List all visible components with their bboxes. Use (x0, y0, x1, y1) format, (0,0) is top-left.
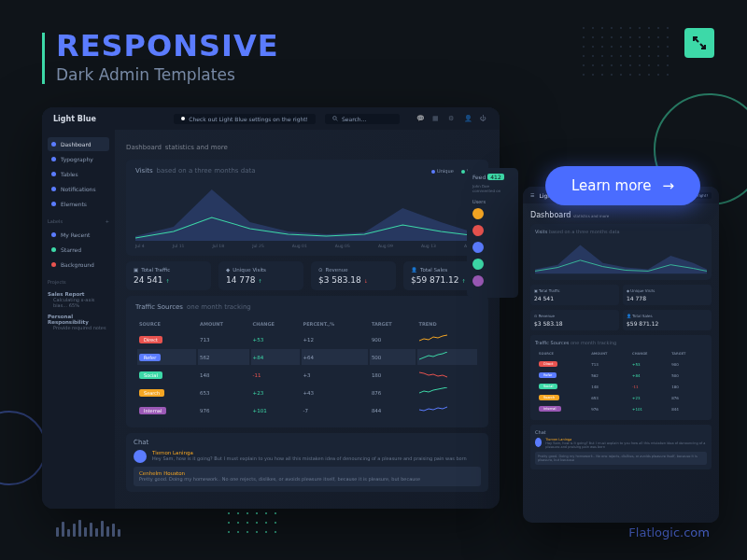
user-row[interactable] (472, 208, 513, 219)
chat-icon[interactable]: 💬 (416, 115, 425, 123)
chat-message[interactable]: Tiemon LaningaHey Sam, how is it going? … (134, 450, 481, 463)
hero-title: RESPONSIVE (56, 28, 279, 63)
page-title: Dashboard statistics and more (530, 211, 712, 219)
table-row[interactable]: Direct713+53+12900 (137, 331, 477, 347)
sidebar-item-dashboard[interactable]: Dashboard (48, 137, 109, 151)
dot-icon (51, 232, 56, 237)
table-row[interactable]: Direct713+53900 (537, 359, 705, 369)
hero-accent-bar (42, 33, 45, 84)
avatar (134, 450, 147, 463)
user-row[interactable] (472, 259, 513, 270)
avatar (472, 225, 484, 236)
user-icon[interactable]: 👤 (464, 115, 472, 123)
avatar (472, 259, 484, 270)
sidebar-item-notifications[interactable]: Notifications (48, 182, 109, 196)
sidebar-label-recent[interactable]: My Recent (48, 228, 109, 242)
card-title: Chat (134, 439, 148, 446)
page-title: Dashboard statistics and more (126, 139, 488, 152)
dot-icon (51, 142, 56, 147)
avatar (535, 438, 542, 447)
users-panel: Feed 412 John Doe commented on Users (467, 168, 518, 298)
topbar-icons: 💬 ▦ ⚙ 👤 ⏻ (416, 115, 488, 123)
avatar (472, 242, 484, 253)
avatar (472, 208, 484, 219)
brand-logo[interactable]: Light Blue (53, 115, 96, 123)
sidebar: Dashboard Typography Tables Notification… (42, 130, 115, 509)
brand-footer[interactable]: Flatlogic.com (628, 525, 710, 539)
visits-chart (535, 237, 707, 274)
stat-sales: 👤 Total Sales$59 871.12 (623, 310, 712, 330)
stats-row: ▣ Total Traffic24 541 ◆ Unique Visits14 … (530, 285, 712, 305)
expand-icon[interactable] (684, 28, 714, 58)
gear-icon[interactable]: ⚙ (448, 115, 457, 123)
decorative-equalizer (56, 520, 120, 537)
card-title: Traffic Sources (135, 303, 183, 311)
stat-traffic: ▣ Total Traffic24 541 (530, 285, 619, 305)
stat-unique: ◆ Unique Visits14 778 (623, 285, 712, 305)
arrow-right-icon: → (662, 177, 674, 194)
svg-point-0 (333, 117, 337, 120)
menu-icon[interactable]: ☰ (530, 192, 534, 198)
table-row[interactable]: Refer562+84+64500 (137, 349, 477, 365)
sidebar-labels-header: Labels+ (48, 218, 109, 224)
dashboard-desktop: Light Blue Check out Light Blue settings… (42, 107, 500, 509)
card-title: Visits (135, 167, 153, 175)
hero: RESPONSIVE Dark Admin Templates (56, 28, 279, 84)
chat-card: Chat Tiemon LaningaHey Sam, how is it go… (530, 425, 712, 469)
stat-revenue: ⊙ Revenue$3 583.18 ↓ (311, 261, 396, 290)
stat-revenue: ⊙ Revenue$3 583.18 (530, 310, 619, 330)
traffic-sources-card: Traffic Sourcesone month tracking SOURCE… (126, 296, 488, 427)
chat-message[interactable]: Cenhelm Houston Pretty good. Doing my ho… (134, 467, 481, 486)
traffic-table: SOURCEAMOUNTCHANGEPERCENT.,%TARGETTREND … (135, 316, 479, 420)
sidebar-label-background[interactable]: Background (48, 258, 109, 272)
learn-more-button[interactable]: Learn more→ (545, 166, 700, 205)
dot-icon (51, 172, 56, 176)
sidebar-item-typography[interactable]: Typography (48, 152, 109, 166)
sidebar-project[interactable]: Personal ResponsibilityProvide required … (48, 311, 109, 333)
topbar: Light Blue Check out Light Blue settings… (42, 107, 500, 130)
decorative-dots (579, 23, 672, 79)
user-row[interactable] (472, 225, 513, 236)
dot-icon (51, 187, 56, 191)
sidebar-item-elements[interactable]: Elements (48, 197, 109, 211)
traffic-sources-card: Traffic Sources one month tracking SOURC… (530, 335, 712, 420)
sidebar-project[interactable]: Sales ReportCalculating x-axis bias… 65% (48, 288, 109, 311)
sidebar-label-starred[interactable]: Starred (48, 243, 109, 257)
table-row[interactable]: Refer562+84500 (537, 371, 705, 380)
stats-row: ▣ Total Traffic24 541 ↑ ◆ Unique Visits1… (126, 261, 488, 290)
avatar (472, 275, 484, 287)
decorative-dots (224, 509, 280, 537)
table-row[interactable]: Social148-11180 (537, 382, 705, 391)
decorative-circle (0, 411, 47, 485)
info-icon (181, 117, 185, 120)
user-row[interactable] (472, 242, 513, 253)
plus-icon[interactable]: + (106, 218, 109, 224)
search-icon (332, 116, 338, 121)
visits-card: Visits based on a three months data (530, 224, 712, 280)
user-row[interactable] (472, 275, 513, 287)
table-row[interactable]: Internal976+101-7844 (137, 402, 477, 418)
table-row[interactable]: Search653+23876 (537, 393, 705, 402)
dot-icon (51, 262, 56, 267)
grid-icon[interactable]: ▦ (432, 115, 441, 123)
table-row[interactable]: Search653+23+43876 (137, 385, 477, 400)
dot-icon (51, 157, 56, 161)
table-row[interactable]: Internal976+101844 (537, 404, 705, 413)
sidebar-item-tables[interactable]: Tables (48, 167, 109, 181)
dot-icon (51, 202, 56, 206)
visits-card: Visits based on a three months data Uniq… (126, 160, 488, 256)
top-notice[interactable]: Check out Light Blue settings on the rig… (174, 114, 316, 124)
dot-icon (51, 247, 56, 252)
stat-unique: ◆ Unique Visits14 778 ↑ (218, 261, 303, 290)
table-row[interactable]: Social148-11+3180 (137, 367, 477, 383)
stat-traffic: ▣ Total Traffic24 541 ↑ (126, 261, 211, 290)
search-input[interactable]: Search... (325, 114, 400, 124)
visits-chart (135, 180, 479, 241)
sidebar-projects-header: Projects (48, 279, 109, 285)
chart-xaxis: Jul 4Jul 11Jul 18Jul 25Aug 01Aug 05Aug 0… (135, 244, 479, 248)
chat-card: Chat Tiemon LaningaHey Sam, how is it go… (126, 433, 488, 492)
hero-subtitle: Dark Admin Templates (56, 65, 279, 84)
dashboard-mobile: ☰ Light Blue Check out Light Blue settin… (523, 187, 719, 523)
main-content: Dashboard statistics and more Visits bas… (115, 130, 500, 509)
power-icon[interactable]: ⏻ (480, 115, 488, 123)
